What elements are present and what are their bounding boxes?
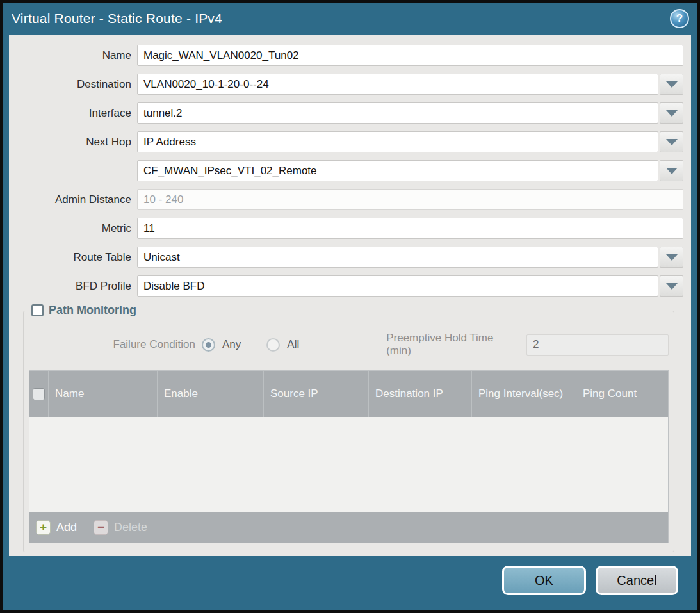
failure-condition-row: Failure Condition Any All Preemptive Hol…: [29, 332, 669, 357]
failure-condition-all-option[interactable]: All: [266, 338, 299, 352]
radio-selected-icon: [202, 338, 215, 352]
add-button-label: Add: [56, 521, 77, 534]
failure-condition-any-label: Any: [222, 338, 241, 351]
admin-distance-row: Admin Distance: [12, 189, 683, 210]
metric-row: Metric: [12, 218, 683, 239]
table-body-empty: [29, 417, 668, 512]
destination-input[interactable]: [137, 74, 658, 95]
destination-row: Destination: [12, 74, 683, 95]
interface-row: Interface: [12, 102, 683, 124]
column-header-name[interactable]: Name: [49, 371, 158, 417]
bfd-profile-label: BFD Profile: [12, 280, 137, 293]
plus-icon: +: [36, 520, 51, 535]
metric-label: Metric: [12, 222, 137, 235]
admin-distance-label: Admin Distance: [12, 193, 137, 206]
select-all-checkbox[interactable]: [33, 388, 45, 400]
dialog-action-bar: OK Cancel: [502, 566, 678, 595]
chevron-down-icon: [666, 283, 678, 290]
chevron-down-icon: [666, 139, 678, 145]
next-hop-address-dropdown-button[interactable]: [660, 160, 683, 181]
add-button[interactable]: + Add: [36, 520, 77, 535]
next-hop-type-input[interactable]: [137, 131, 658, 152]
path-monitoring-title: Path Monitoring: [49, 304, 136, 317]
route-table-row: Route Table: [12, 247, 683, 268]
route-table-label: Route Table: [12, 251, 137, 264]
name-label: Name: [12, 49, 137, 62]
cancel-button[interactable]: Cancel: [596, 566, 678, 595]
chevron-down-icon: [666, 110, 678, 117]
destination-dropdown-button[interactable]: [660, 74, 683, 95]
route-table-dropdown-button[interactable]: [660, 247, 683, 268]
bfd-profile-dropdown-button[interactable]: [660, 275, 683, 297]
name-row: Name: [12, 45, 683, 66]
interface-input[interactable]: [137, 102, 658, 124]
table-footer: + Add − Delete: [29, 512, 668, 543]
interface-dropdown-button[interactable]: [660, 102, 683, 124]
failure-condition-all-label: All: [287, 338, 299, 351]
select-all-cell: [29, 371, 49, 417]
interface-label: Interface: [12, 107, 137, 120]
dialog-body: Name Destination Interface: [9, 35, 691, 556]
column-header-ping-count[interactable]: Ping Count: [576, 371, 668, 417]
next-hop-row: Next Hop: [12, 131, 683, 152]
minus-icon: −: [94, 520, 108, 535]
preemptive-hold-time-input[interactable]: [526, 334, 669, 356]
column-header-enable[interactable]: Enable: [158, 371, 264, 417]
next-hop-label: Next Hop: [12, 136, 137, 149]
admin-distance-input[interactable]: [137, 189, 683, 210]
metric-input[interactable]: [137, 218, 683, 239]
path-monitoring-legend: Path Monitoring: [27, 304, 141, 317]
bfd-profile-input[interactable]: [137, 275, 658, 297]
bfd-profile-row: BFD Profile: [12, 275, 683, 297]
table-header: Name Enable Source IP Destination IP Pin…: [29, 371, 668, 417]
chevron-down-icon: [666, 168, 678, 174]
radio-unselected-icon: [266, 338, 280, 352]
destination-label: Destination: [12, 78, 137, 91]
dialog-title: Virtual Router - Static Route - IPv4: [3, 11, 222, 26]
help-icon[interactable]: ?: [670, 9, 689, 28]
route-table-input[interactable]: [137, 247, 658, 268]
failure-condition-any-option[interactable]: Any: [202, 338, 241, 352]
delete-button[interactable]: − Delete: [94, 520, 147, 535]
failure-condition-label: Failure Condition: [29, 338, 202, 351]
column-header-ping-interval[interactable]: Ping Interval(sec): [472, 371, 576, 417]
static-route-dialog: Virtual Router - Static Route - IPv4 ? N…: [0, 0, 700, 613]
ok-button[interactable]: OK: [502, 566, 586, 595]
chevron-down-icon: [666, 254, 678, 261]
preemptive-hold-time-label: Preemptive Hold Time (min): [386, 332, 526, 357]
path-monitoring-table: Name Enable Source IP Destination IP Pin…: [29, 370, 669, 543]
column-header-destination-ip[interactable]: Destination IP: [369, 371, 472, 417]
chevron-down-icon: [666, 81, 678, 88]
path-monitoring-group: Path Monitoring Failure Condition Any Al…: [23, 311, 674, 552]
path-monitoring-checkbox[interactable]: [31, 304, 44, 316]
name-input[interactable]: [137, 45, 683, 66]
next-hop-address-row: [12, 160, 683, 181]
delete-button-label: Delete: [114, 521, 147, 534]
column-header-source-ip[interactable]: Source IP: [264, 371, 369, 417]
next-hop-type-dropdown-button[interactable]: [660, 131, 683, 152]
dialog-titlebar: Virtual Router - Static Route - IPv4: [3, 3, 697, 35]
next-hop-address-input[interactable]: [137, 160, 658, 181]
